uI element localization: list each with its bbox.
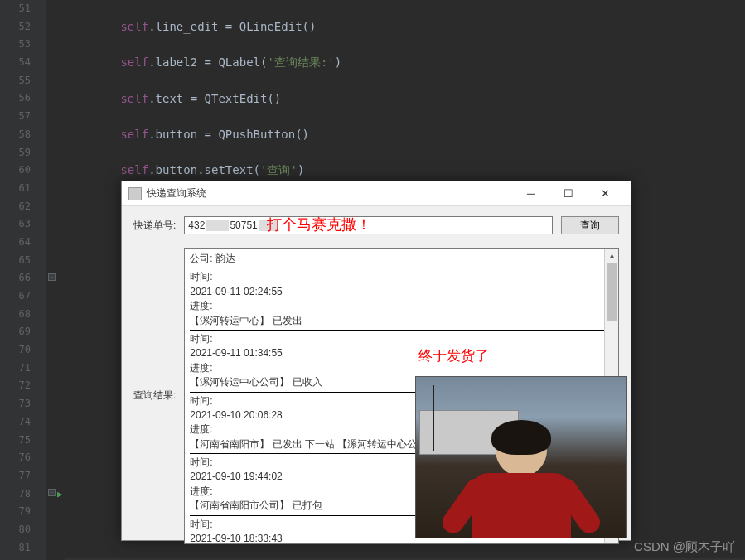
shipped-annotation: 终于发货了 xyxy=(418,346,489,365)
run-gutter-icon[interactable]: ▶ xyxy=(57,489,63,500)
tracking-number-label: 快递单号: xyxy=(133,219,176,233)
window-title: 快递查询系统 xyxy=(147,186,206,200)
company-line: 公司: 韵达 xyxy=(190,252,613,266)
mosaic-block xyxy=(206,220,229,231)
fold-toggle-icon[interactable]: − xyxy=(48,489,56,496)
watermark: CSDN @顾木子吖 xyxy=(634,539,735,555)
minimize-button[interactable]: ─ xyxy=(512,182,549,205)
window-titlebar[interactable]: 快递查询系统 ─ ☐ ✕ xyxy=(122,181,631,206)
fold-column: − − ▶ xyxy=(46,0,62,560)
query-button[interactable]: 查询 xyxy=(561,216,619,234)
reaction-gif xyxy=(415,376,627,538)
maximize-button[interactable]: ☐ xyxy=(549,182,587,205)
scrollbar-thumb[interactable] xyxy=(607,263,617,321)
scroll-up-icon[interactable]: ▲ xyxy=(605,249,619,263)
mosaic-annotation: 打个马赛克撒！ xyxy=(267,215,371,234)
line-number-gutter: 515253 545556 575859 606162 636465 66676… xyxy=(0,0,46,560)
close-button[interactable]: ✕ xyxy=(587,182,624,205)
fold-toggle-icon[interactable]: − xyxy=(48,273,56,281)
app-icon xyxy=(128,187,142,200)
results-label: 查询结果: xyxy=(133,389,176,403)
